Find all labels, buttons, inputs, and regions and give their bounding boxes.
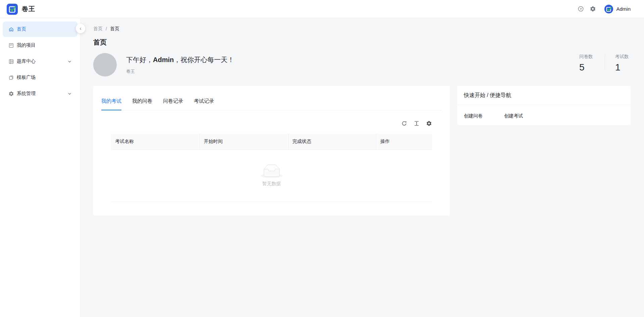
copy-icon	[8, 75, 14, 81]
column-header: 操作	[376, 134, 432, 150]
sidebar-item-question-bank[interactable]: 题库中心	[3, 54, 77, 69]
greeting-text: 下午好，Admin，祝你开心每一天！	[126, 55, 234, 64]
records-card: 我的考试 我的问卷 问卷记录 考试记录	[93, 86, 450, 216]
table-empty-row: 暂无数据	[111, 150, 432, 202]
sidebar-item-label: 题库中心	[17, 58, 67, 64]
tab-exam-records[interactable]: 考试记录	[194, 97, 214, 110]
greeting-subtitle: 卷王	[126, 68, 234, 74]
table-header-row: 考试名称 开始时间 完成状态 操作	[111, 134, 432, 150]
chevron-left-icon: ‹	[79, 25, 82, 31]
chevron-down-icon	[67, 91, 72, 96]
breadcrumb: 首页 / 首页	[93, 25, 631, 32]
table-toolbar	[111, 120, 432, 126]
stats-group: 问卷数 5 考试数 1	[579, 53, 631, 73]
column-header: 考试名称	[111, 134, 200, 150]
quick-panel-title: 快速开始 / 便捷导航	[457, 86, 631, 105]
quick-start-panel: 快速开始 / 便捷导航 创建问卷 创建考试	[457, 86, 631, 125]
project-icon	[8, 43, 14, 48]
gear-icon[interactable]	[426, 120, 432, 126]
create-survey-link[interactable]: 创建问卷	[464, 113, 483, 118]
stat-surveys: 问卷数 5	[579, 54, 595, 73]
column-height-icon[interactable]	[414, 120, 420, 126]
brand-logo-icon	[7, 3, 18, 15]
user-avatar	[604, 5, 613, 13]
sidebar-collapse-button[interactable]: ‹	[76, 24, 85, 33]
sidebar-item-system[interactable]: 系统管理	[3, 86, 77, 101]
user-menu[interactable]: Admin	[604, 5, 631, 13]
stat-label: 问卷数	[579, 54, 595, 60]
avatar	[93, 53, 117, 76]
app-header: 卷王 ? Admin	[0, 0, 644, 18]
brand-name: 卷王	[22, 5, 35, 13]
sidebar-item-label: 首页	[17, 26, 72, 32]
stat-label: 考试数	[615, 54, 631, 60]
empty-text: 暂无数据	[262, 181, 281, 187]
breadcrumb-current: 首页	[110, 26, 119, 32]
sidebar-item-label: 系统管理	[17, 91, 67, 97]
sidebar-item-home[interactable]: 首页	[3, 21, 77, 37]
breadcrumb-item[interactable]: 首页	[93, 26, 103, 32]
main-content: 首页 / 首页 首页 下午好，Admin，祝你开心每一天！ 卷王 问卷数 5 考…	[80, 0, 644, 216]
svg-text:?: ?	[580, 7, 582, 11]
tab-my-surveys[interactable]: 我的问卷	[132, 97, 152, 110]
stat-exams: 考试数 1	[615, 54, 631, 73]
breadcrumb-separator: /	[106, 26, 107, 32]
stat-value: 5	[579, 62, 595, 73]
home-icon	[8, 27, 14, 32]
sidebar-item-templates[interactable]: 模板广场	[3, 70, 77, 85]
sidebar-item-projects[interactable]: 我的项目	[3, 38, 77, 53]
page-title: 首页	[93, 38, 631, 47]
refresh-icon[interactable]	[401, 120, 407, 126]
sidebar-item-label: 我的项目	[17, 42, 72, 48]
empty-inbox-icon	[261, 164, 282, 178]
create-exam-link[interactable]: 创建考试	[504, 113, 523, 118]
gear-icon	[8, 91, 14, 97]
sidebar: 首页 我的项目 题库中心	[0, 18, 80, 317]
database-icon	[8, 59, 14, 64]
welcome-section: 下午好，Admin，祝你开心每一天！ 卷王 问卷数 5 考试数 1	[93, 53, 631, 76]
exam-table: 考试名称 开始时间 完成状态 操作	[111, 134, 432, 202]
stat-value: 1	[615, 62, 631, 73]
greeting-username: Admin	[153, 56, 174, 63]
tab-survey-records[interactable]: 问卷记录	[163, 97, 183, 110]
gear-icon[interactable]	[590, 6, 596, 12]
tab-my-exams[interactable]: 我的考试	[101, 97, 121, 110]
column-header: 完成状态	[288, 134, 376, 150]
chevron-down-icon	[67, 59, 72, 64]
user-name: Admin	[616, 6, 631, 12]
brand[interactable]: 卷王	[7, 3, 35, 15]
help-icon[interactable]: ?	[578, 6, 584, 12]
tabbar: 我的考试 我的问卷 问卷记录 考试记录	[101, 86, 442, 110]
stat-divider	[605, 54, 605, 70]
sidebar-item-label: 模板广场	[17, 74, 72, 81]
column-header: 开始时间	[200, 134, 288, 150]
